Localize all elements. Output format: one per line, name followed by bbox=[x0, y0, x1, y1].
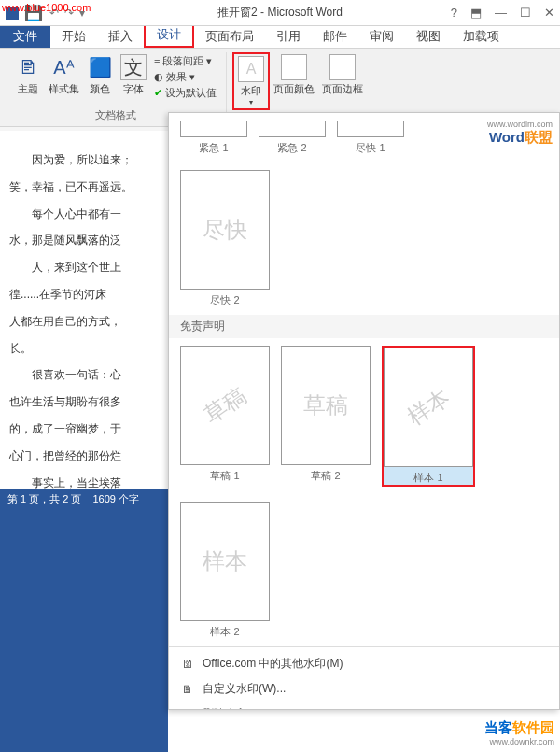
status-bar: 第 1 页，共 2 页 1609 个字 bbox=[0, 489, 168, 509]
set-default-button[interactable]: ✔设为默认值 bbox=[154, 86, 217, 100]
word-count[interactable]: 1609 个字 bbox=[92, 492, 139, 506]
fonts-button[interactable]: 文字体 bbox=[117, 52, 150, 102]
brand-url: www.wordlm.com bbox=[487, 120, 553, 129]
theme-button[interactable]: 🖹主题 bbox=[11, 52, 45, 102]
tab-references[interactable]: 引用 bbox=[265, 25, 312, 48]
para-spacing-button[interactable]: ≡段落间距▾ bbox=[154, 54, 217, 68]
help-icon[interactable]: ? bbox=[451, 6, 457, 20]
styleset-button[interactable]: Aᴬ样式集 bbox=[45, 52, 83, 102]
minimize-icon[interactable]: — bbox=[495, 6, 507, 20]
gallery-section-disclaimer: 免责声明 bbox=[169, 315, 559, 338]
effects-icon: ◐ bbox=[154, 71, 163, 83]
close-icon[interactable]: ✕ bbox=[544, 6, 554, 20]
document-body[interactable]: 因为爱，所以追来； 笑，幸福，已不再遥远。 每个人心中都有一 水，那是随风飘落的… bbox=[0, 131, 168, 504]
gallery-menu: 🖻Office.com 中的其他水印(M) 🗎自定义水印(W)... ✖删除水印… bbox=[169, 646, 559, 710]
page-icon: 🗎 bbox=[182, 683, 195, 696]
downkr-logo: 当客软件园 www.downkr.com bbox=[484, 719, 554, 746]
background-fill bbox=[0, 509, 168, 752]
wm-jinji-1[interactable]: 紧急 1 bbox=[180, 121, 247, 155]
tab-layout[interactable]: 页面布局 bbox=[194, 25, 265, 48]
tab-view[interactable]: 视图 bbox=[405, 25, 452, 48]
effects-button[interactable]: ◐效果▾ bbox=[154, 70, 217, 84]
check-icon: ✔ bbox=[154, 87, 162, 99]
page-color-button[interactable]: 页面颜色 bbox=[270, 52, 318, 110]
wm-jinkual-2[interactable]: 尽快 尽快 2 bbox=[180, 170, 270, 307]
remove-icon: ✖ bbox=[182, 708, 195, 711]
menu-custom-watermark[interactable]: 🗎自定义水印(W)... bbox=[169, 676, 559, 702]
wm-jinji-2[interactable]: 紧急 2 bbox=[259, 121, 326, 155]
watermark-button[interactable]: 水印▾ bbox=[232, 52, 270, 110]
ribbon-options-icon[interactable]: ⬒ bbox=[470, 6, 482, 20]
watermark-gallery: 紧急 1 紧急 2 尽快 1 尽快 尽快 2 免责声明 草稿草稿 1 草稿草稿 … bbox=[168, 112, 560, 710]
tab-insert[interactable]: 插入 bbox=[97, 25, 144, 48]
overlay-url: www.blue1000.com bbox=[2, 2, 91, 13]
wm-caogao-2[interactable]: 草稿草稿 2 bbox=[281, 346, 371, 487]
word-lianmeng-logo: Word联盟 bbox=[489, 129, 553, 147]
tab-mail[interactable]: 邮件 bbox=[312, 25, 358, 48]
menu-office-watermarks[interactable]: 🖻Office.com 中的其他水印(M) bbox=[169, 651, 559, 676]
page-indicator[interactable]: 第 1 页，共 2 页 bbox=[7, 492, 81, 506]
menu-remove-watermark[interactable]: ✖删除水印(R) bbox=[169, 702, 559, 710]
spacing-icon: ≡ bbox=[154, 56, 160, 67]
colors-button[interactable]: 🟦颜色 bbox=[83, 52, 117, 102]
office-icon: 🖻 bbox=[182, 658, 195, 671]
page-border-button[interactable]: 页面边框 bbox=[318, 52, 367, 110]
wm-yangben-1[interactable]: 样本样本 1 bbox=[382, 346, 475, 487]
wm-jinkual-1[interactable]: 尽快 1 bbox=[337, 121, 404, 155]
wm-yangben-2[interactable]: 样本样本 2 bbox=[180, 502, 270, 639]
doc-format-label: 文档格式 bbox=[95, 108, 136, 122]
tab-review[interactable]: 审阅 bbox=[358, 25, 405, 48]
window-title: 推开窗2 - Microsoft Word bbox=[217, 5, 343, 21]
maximize-icon[interactable]: ☐ bbox=[520, 6, 531, 20]
tab-home[interactable]: 开始 bbox=[50, 25, 97, 48]
wm-caogao-1[interactable]: 草稿草稿 1 bbox=[180, 346, 270, 487]
ribbon-tabs: 文件 开始 插入 设计 页面布局 引用 邮件 审阅 视图 加载项 bbox=[0, 26, 560, 49]
tab-addins[interactable]: 加载项 bbox=[452, 25, 511, 48]
tab-file[interactable]: 文件 bbox=[0, 25, 50, 48]
